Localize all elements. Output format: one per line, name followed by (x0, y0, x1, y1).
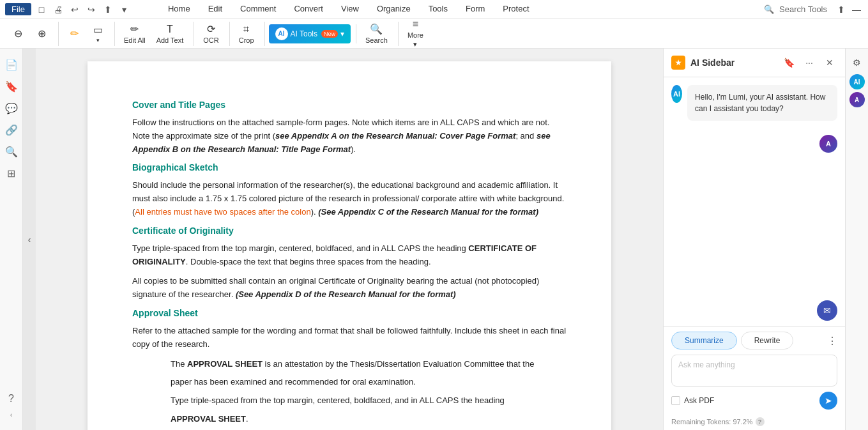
chat-input[interactable]: Ask me anything (671, 355, 837, 387)
ai-welcome-message: Hello, I'm Lumi, your AI assistant. How … (687, 85, 837, 121)
edit-all-label: Edit All (124, 36, 146, 44)
upload-btn[interactable]: ⬆ (835, 3, 848, 16)
info-icon[interactable]: ? (756, 417, 765, 426)
ask-pdf-label: Ask PDF (684, 396, 714, 405)
bio-orange-text: All entries must have two spaces after t… (135, 207, 310, 217)
section-approval-indented3: Type triple-spaced from the top margin, … (171, 394, 567, 408)
minimize-btn[interactable]: — (850, 3, 863, 16)
window-controls: ⬆ — (835, 3, 863, 16)
title-bar-left: File □ 🖨 ↩ ↪ ⬆ ▾ (5, 3, 131, 16)
ai-group: AI AI Tools New ▾ (269, 24, 356, 43)
ocr-btn[interactable]: ⟳ OCR (198, 22, 224, 46)
highlight-btn[interactable]: ✏ (63, 22, 86, 46)
ai-sidebar-icon: ★ (671, 56, 685, 70)
more-dropdown-icon: ▾ (413, 40, 417, 49)
ai-tools-btn[interactable]: AI AI Tools New ▾ (269, 24, 351, 43)
document-page: Cover and Title Pages Follow the instruc… (88, 61, 611, 430)
more-btn[interactable]: ≡ More ▾ (402, 22, 429, 46)
bookmark-header-icon[interactable]: 🔖 (781, 55, 796, 70)
ask-pdf-checkbox[interactable] (671, 396, 680, 405)
user-avatar: A (819, 135, 837, 153)
ai-chat-area[interactable]: AI Hello, I'm Lumi, your AI assistant. H… (664, 77, 845, 326)
search-btn[interactable]: 🔍 Search (360, 22, 393, 46)
bottom-actions: Summarize Rewrite ⋮ Ask me anything Ask … (664, 326, 845, 415)
section-approval-indented2: paper has been examined and recommended … (171, 376, 567, 389)
section-approval-para1: Refer to the attached sample for the wor… (132, 325, 567, 351)
add-text-btn[interactable]: T Add Text (151, 22, 189, 46)
tab-organize[interactable]: Organize (368, 1, 420, 17)
section-cert-title: Certificate of Originality (132, 226, 567, 236)
rectangle-btn[interactable]: ▭ ▾ (86, 22, 109, 46)
tab-protect[interactable]: Protect (494, 1, 538, 17)
more-header-icon[interactable]: ··· (802, 55, 817, 70)
document-area[interactable]: Cover and Title Pages Follow the instruc… (36, 49, 663, 430)
action-more-dots[interactable]: ⋮ (827, 335, 837, 347)
ai-dropdown-icon: ▾ (340, 29, 344, 38)
sidebar-icon-link[interactable]: 🔗 (2, 120, 21, 139)
sidebar-icon-page[interactable]: 📄 (2, 55, 21, 74)
cert-bold1: CERTIFICATE OF ORIGINALITY (132, 243, 537, 266)
summarize-btn[interactable]: Summarize (671, 332, 737, 349)
ocr-icon: ⟳ (207, 23, 215, 35)
tab-home[interactable]: Home (159, 1, 199, 17)
tab-convert[interactable]: Convert (285, 1, 332, 17)
save-icon[interactable]: □ (35, 3, 48, 16)
sidebar-icon-help[interactable]: ? (2, 389, 21, 408)
edit-group: ✏ Edit All T Add Text (119, 22, 194, 46)
sidebar-icon-comment[interactable]: 💬 (2, 98, 21, 118)
print-icon[interactable]: 🖨 (52, 3, 65, 16)
sidebar-icon-search[interactable]: 🔍 (2, 142, 21, 161)
section-certificate: Certificate of Originality Type triple-s… (132, 226, 567, 302)
crop-icon: ⌗ (243, 24, 249, 35)
tab-edit[interactable]: Edit (199, 1, 231, 17)
floating-action-btn[interactable]: ✉ (817, 300, 837, 321)
far-right-a-icon[interactable]: A (849, 92, 865, 107)
tab-comment[interactable]: Comment (231, 1, 285, 17)
main-area: 📄 🔖 💬 🔗 🔍 ⊞ ? ‹ ‹ Cover and Title Pages … (0, 49, 868, 430)
close-icon[interactable]: ✕ (822, 55, 837, 70)
share-icon[interactable]: ⬆ (102, 3, 114, 16)
section-cert-para1: Type triple-spaced from the top margin, … (132, 242, 567, 269)
tab-form[interactable]: Form (457, 1, 494, 17)
ocr-group: ⟳ OCR (198, 22, 229, 46)
crop-group: ⌗ Crop (234, 22, 265, 46)
approval-bold2: APPROVAL SHEET (171, 414, 246, 424)
section-approval-title: Approval Sheet (132, 308, 567, 318)
rewrite-btn[interactable]: Rewrite (741, 332, 794, 349)
zoom-out-btn[interactable]: ⊖ (6, 22, 29, 46)
more-icon: ≡ (413, 19, 418, 30)
left-sidebar: 📄 🔖 💬 🔗 🔍 ⊞ ? ‹ (0, 49, 23, 430)
tab-tools[interactable]: Tools (420, 1, 457, 17)
section-cover-para1: Follow the instructions on the attached … (132, 116, 567, 156)
left-nav-arrow[interactable]: ‹ (23, 49, 36, 430)
edit-all-icon: ✏ (130, 23, 139, 35)
search-tools-area: 🔍 Search Tools (764, 4, 827, 14)
redo-icon[interactable]: ↪ (85, 3, 98, 16)
ocr-label: OCR (203, 36, 218, 44)
lumi-avatar: AI (671, 85, 682, 103)
zoom-in-icon: ⊕ (38, 27, 46, 40)
more-group: ≡ More ▾ (402, 22, 434, 46)
section-bio-para1: Should include the personal information … (132, 179, 567, 219)
file-menu[interactable]: File (5, 3, 31, 15)
chat-placeholder: Ask me anything (678, 360, 735, 369)
new-badge: New (321, 30, 338, 38)
highlight-icon: ✏ (70, 27, 79, 40)
far-right-settings-icon[interactable]: ⚙ (848, 54, 866, 72)
sidebar-icon-layers[interactable]: ⊞ (2, 164, 21, 183)
toolbar: ⊖ ⊕ ✏ ▭ ▾ ✏ Edit All T Add Text ⟳ OCR ⌗ (0, 19, 868, 49)
crop-label: Crop (239, 36, 254, 44)
ask-pdf-row: Ask PDF ➤ (671, 392, 837, 410)
send-btn[interactable]: ➤ (819, 392, 837, 410)
action-buttons-row: Summarize Rewrite ⋮ (671, 332, 837, 349)
undo-icon[interactable]: ↩ (68, 3, 81, 16)
far-right-ai-icon[interactable]: AI (849, 74, 865, 89)
ai-message-row: AI Hello, I'm Lumi, your AI assistant. H… (671, 85, 837, 128)
sidebar-icon-bookmark[interactable]: 🔖 (2, 77, 21, 96)
crop-btn[interactable]: ⌗ Crop (234, 22, 259, 46)
edit-all-btn[interactable]: ✏ Edit All (119, 22, 151, 46)
zoom-in-btn[interactable]: ⊕ (30, 22, 53, 46)
dropdown-icon[interactable]: ▾ (118, 3, 131, 16)
cover-italic1: see Appendix A on the Research Manual: C… (275, 131, 515, 141)
tab-view[interactable]: View (332, 1, 368, 17)
